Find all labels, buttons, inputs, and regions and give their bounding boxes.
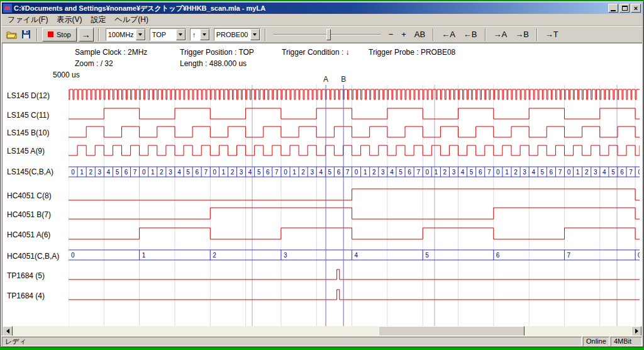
channel-label: HC4051 B(7) [7,210,51,220]
zoom-info: Zoom : / 32 [75,59,113,68]
svg-text:0: 0 [638,169,640,176]
svg-text:4: 4 [319,169,323,176]
trigger-position-combo[interactable]: TOP [150,28,186,41]
dropdown-arrow-icon[interactable] [250,29,260,40]
svg-text:3: 3 [523,169,526,176]
svg-text:2: 2 [372,169,376,176]
right-triangle-icon [635,329,638,334]
svg-text:7: 7 [629,169,633,176]
sample-clock-info: Sample Clock : 2MHz [75,48,147,57]
svg-text:4: 4 [390,169,394,176]
app-icon [3,4,12,13]
svg-text:0: 0 [213,169,217,176]
svg-text:2: 2 [231,169,235,176]
svg-text:3: 3 [452,169,456,176]
svg-text:7: 7 [567,252,570,259]
svg-text:6: 6 [496,252,500,259]
edge-combo-value: ↑ [191,31,200,38]
menu-file[interactable]: ファイル(F) [3,13,52,26]
channel-label: LS145 C(11) [7,110,49,120]
menu-settings[interactable]: 設定 [86,13,110,26]
svg-text:3: 3 [594,169,597,176]
svg-text:5: 5 [425,252,429,259]
minimize-button[interactable] [608,4,618,13]
dropdown-arrow-icon[interactable] [136,29,145,40]
channel-label: LS145 A(9) [7,146,45,156]
svg-text:0: 0 [71,252,75,259]
menu-view[interactable]: 表示(V) [52,13,86,26]
scroll-track[interactable] [13,326,631,336]
maximize-button[interactable] [619,4,630,13]
goto-trigger-button[interactable]: →T [542,28,562,40]
title-bar[interactable]: C:¥Documents and Settings¥noname¥デスクトップ¥… [2,3,642,14]
svg-text:7: 7 [204,169,208,176]
svg-text:2: 2 [301,169,305,176]
slider-thumb[interactable] [326,29,331,40]
svg-text:5: 5 [540,169,544,176]
dropdown-arrow-icon[interactable] [176,29,186,40]
waveform-client-area: Sample Clock : 2MHz Trigger Position : T… [2,43,642,336]
svg-text:4: 4 [355,252,358,259]
svg-text:3: 3 [310,169,314,176]
svg-text:4: 4 [461,169,465,176]
trigger-condition-info: Trigger Condition : ↓ [282,48,350,57]
svg-text:7: 7 [487,169,491,176]
trigger-position-combo-value: TOP [150,31,176,38]
close-button[interactable]: × [631,4,641,13]
run-button[interactable]: → [79,28,94,42]
status-memory: 4MBit [611,337,642,346]
svg-text:0: 0 [355,169,358,176]
app-window: C:¥Documents and Settings¥noname¥デスクトップ¥… [0,1,644,347]
svg-text:0: 0 [71,169,75,176]
zoom-in-button[interactable]: + [398,28,409,40]
open-file-button[interactable] [5,28,18,41]
horizontal-scrollbar[interactable] [3,326,641,336]
goto-b-right-button[interactable]: →B [512,28,532,40]
svg-text:1: 1 [435,169,438,176]
edge-combo[interactable]: ↑ [190,28,210,41]
svg-text:1: 1 [292,169,296,176]
svg-text:6: 6 [550,169,553,176]
channel-label: LS145 B(10) [7,128,49,138]
svg-text:2: 2 [213,252,216,259]
probe-combo[interactable]: PROBE00 [214,28,260,41]
length-info: Length : 488.000 us [180,59,247,68]
svg-text:6: 6 [125,169,128,176]
status-online: Online [583,337,609,346]
goto-a-right-button[interactable]: →A [491,28,511,40]
scroll-right-button[interactable] [631,326,641,336]
stop-button[interactable]: Stop [42,28,77,42]
svg-text:5: 5 [611,169,615,176]
svg-text:3: 3 [97,169,101,176]
scroll-left-button[interactable] [3,326,13,336]
svg-text:0: 0 [567,169,571,176]
menu-help[interactable]: ヘルプ(H) [110,13,153,26]
dropdown-arrow-icon[interactable] [200,29,209,40]
marker-a-label: A [323,75,328,84]
ab-button[interactable]: AB [411,28,428,40]
zoom-slider[interactable] [274,28,380,42]
clock-combo[interactable]: 100MHz [106,28,146,41]
window-title: C:¥Documents and Settings¥noname¥デスクトップ¥… [14,4,607,13]
svg-text:6: 6 [195,169,199,176]
zoom-out-button[interactable]: − [386,28,397,40]
goto-b-left-button[interactable]: ←B [460,28,480,40]
channel-label: LS145(C,B,A) [7,167,53,177]
svg-text:7: 7 [346,169,350,176]
maximize-icon [622,6,628,11]
marker-b-label: B [341,75,346,84]
svg-text:3: 3 [169,169,172,176]
svg-text:5: 5 [470,169,474,176]
svg-text:5: 5 [186,169,190,176]
svg-text:2: 2 [89,169,92,176]
channel-label: TP1684 (5) [7,271,45,281]
scroll-thumb[interactable] [379,326,525,336]
svg-text:6: 6 [337,169,341,176]
svg-text:0: 0 [496,169,500,176]
save-file-button[interactable] [19,28,32,41]
goto-a-left-button[interactable]: ←A [438,28,458,40]
channel-label: HC4051 A(6) [7,230,50,240]
trigger-probe-info: Trigger Probe : PROBE08 [369,48,455,57]
svg-text:2: 2 [585,169,589,176]
svg-text:2: 2 [160,169,164,176]
